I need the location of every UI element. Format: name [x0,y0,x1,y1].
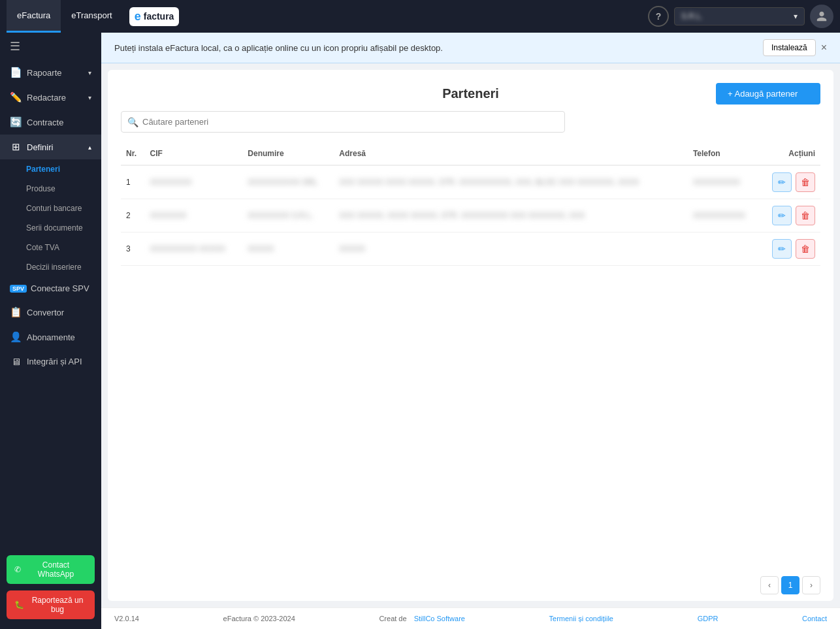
search-input[interactable] [121,111,565,133]
chevron-down-icon: ▾ [794,12,798,21]
company-selector[interactable]: S.R.L. ▾ [674,7,805,25]
pagination-next[interactable]: › [802,576,820,594]
sidebar-item-rapoarte[interactable]: 📄 Rapoarte ▾ [0,60,101,85]
footer-version: V2.0.14 [114,615,139,622]
report-icon: 📄 [10,67,22,78]
sidebar-item-spv[interactable]: SPV Conectare SPV [0,277,101,300]
search-bar: 🔍 [108,111,833,142]
contract-icon: 🔄 [10,116,22,128]
chevron-icon: ▾ [88,94,91,101]
edit-icon: ✏️ [10,91,22,103]
user-icon[interactable] [810,5,833,28]
main-content: Parteneri + Adaugă partener 🔍 Nr. CIF [108,70,833,601]
footer-gdpr-link[interactable]: GDPR [698,615,719,622]
install-banner-actions: Instalează × [763,39,827,56]
tab-efactura[interactable]: eFactura [7,0,61,33]
integrari-icon: 🖥 [10,356,22,367]
sidebar-item-definiri[interactable]: ⊞ Definiri ▴ [0,135,101,159]
table-header-row: Nr. CIF Denumire Adresă Telefon Acțiuni [121,142,820,165]
whatsapp-icon: ✆ [14,565,21,574]
sidebar-sub-serii[interactable]: Serii documente [0,218,101,238]
logo-text: factura [144,11,174,22]
sidebar-sub-cote[interactable]: Cote TVA [0,238,101,257]
convertor-icon: 📋 [10,306,22,318]
footer: V2.0.14 eFactura © 2023-2024 Creat de St… [101,607,840,629]
sidebar-item-abonamente[interactable]: 👤 Abonamente [0,325,101,349]
pagination-prev[interactable]: ‹ [760,576,779,594]
table-row: 2 XXXXXXX XXXXXXXX S.R.L. XXX XXXXX, XXX… [121,199,820,233]
delete-button[interactable]: 🗑 [796,172,815,192]
report-bug-button[interactable]: 🐛 Raportează un bug [7,590,95,619]
install-banner: Puteți instala eFactura local, ca o apli… [101,33,840,63]
partners-table: Nr. CIF Denumire Adresă Telefon Acțiuni … [121,142,820,266]
logo: e factura [129,7,180,26]
sidebar-item-integrari[interactable]: 🖥 Integrări și API [0,349,101,374]
sidebar-toggle[interactable]: ☰ [0,33,101,60]
search-input-wrap: 🔍 [121,111,565,133]
sidebar-sub-conturi[interactable]: Conturi bancare [0,199,101,218]
col-adresa: Adresă [334,142,688,165]
pagination-page-1[interactable]: 1 [781,576,800,594]
sidebar-item-contracte[interactable]: 🔄 Contracte [0,110,101,135]
logo-e: e [135,10,141,24]
edit-button[interactable]: ✏ [772,239,792,259]
content-area: Puteți instala eFactura local, ca o apli… [101,33,840,629]
col-telefon: Telefon [688,142,760,165]
footer-created-by: Creat de StillCo Software [379,615,465,622]
help-icon[interactable]: ? [648,6,669,27]
definiri-icon: ⊞ [10,141,22,153]
install-button[interactable]: Instalează [763,39,816,56]
spv-badge: SPV [10,285,27,293]
install-banner-text: Puteți instala eFactura local, ca o apli… [114,43,443,53]
whatsapp-button[interactable]: ✆ Contact WhatsApp [7,555,95,584]
chevron-icon: ▾ [88,69,91,76]
add-partner-button[interactable]: + Adaugă partener [716,83,820,105]
bug-icon: 🐛 [14,600,24,609]
sidebar-item-convertor[interactable]: 📋 Convertor [0,300,101,325]
footer-terms-link[interactable]: Termenii și condițiile [549,615,613,622]
sidebar-sub-decizii[interactable]: Decizii inseriere [0,257,101,277]
page-title: Parteneri [225,86,716,101]
col-cif: CIF [145,142,243,165]
footer-company-link[interactable]: StillCo Software [414,615,465,622]
edit-button[interactable]: ✏ [772,172,792,192]
table-row: 3 XXXXXXXXX XXXXX XXXXX XXXXX ✏ 🗑 [121,233,820,266]
search-icon: 🔍 [127,117,138,127]
close-icon[interactable]: × [821,42,827,54]
table-row: 1 XXXXXXXX XXXXXXXXXX SRL XXX XXXXX XXXX… [121,165,820,199]
page-header: Parteneri + Adaugă partener [108,70,833,111]
top-nav: eFactura eTransport e factura ? S.R.L. ▾ [0,0,840,33]
sidebar: ☰ 📄 Rapoarte ▾ ✏️ Redactare ▾ 🔄 Contract… [0,33,101,629]
pagination: ‹ 1 › [108,570,833,601]
col-nr: Nr. [121,142,145,165]
chevron-up-icon: ▴ [88,144,91,151]
table-wrap: Nr. CIF Denumire Adresă Telefon Acțiuni … [108,142,833,570]
edit-button[interactable]: ✏ [772,206,792,225]
sidebar-sub-parteneri[interactable]: Parteneri [0,159,101,179]
sidebar-item-redactare[interactable]: ✏️ Redactare ▾ [0,85,101,110]
delete-button[interactable]: 🗑 [796,239,815,259]
col-denumire: Denumire [242,142,334,165]
abonamente-icon: 👤 [10,331,22,343]
col-actiuni: Acțiuni [759,142,820,165]
footer-contact-link[interactable]: Contact [802,615,827,622]
footer-copyright: eFactura © 2023-2024 [223,615,295,622]
sidebar-sub-produse[interactable]: Produse [0,179,101,199]
delete-button[interactable]: 🗑 [796,206,815,225]
tab-etransport[interactable]: eTransport [61,0,122,33]
